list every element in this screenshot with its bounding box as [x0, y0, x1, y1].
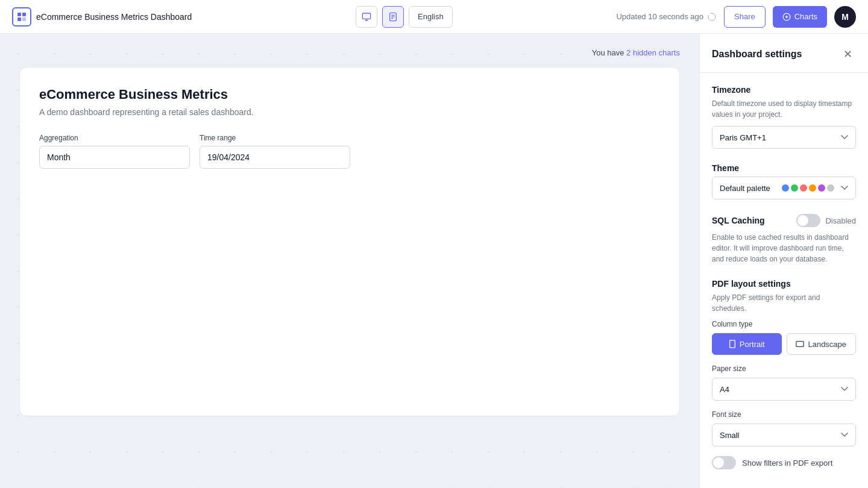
dashboard-card: eCommerce Business Metrics A demo dashbo…: [19, 67, 680, 416]
svg-rect-14: [729, 340, 735, 348]
theme-label: Theme: [712, 163, 856, 173]
column-type-row: Portrait Landscape: [712, 333, 856, 355]
close-settings-button[interactable]: ✕: [839, 46, 856, 63]
aggregation-input[interactable]: [39, 146, 190, 169]
navbar: eCommerce Business Metrics Dashboard Eng…: [0, 0, 868, 34]
svg-rect-3: [22, 17, 26, 21]
monitor-icon-btn[interactable]: [356, 6, 377, 28]
sql-caching-status: Disabled: [825, 216, 856, 225]
font-size-label: Font size: [712, 410, 856, 419]
theme-select-wrapper: Default palette: [712, 177, 856, 199]
share-button[interactable]: Share: [724, 6, 766, 28]
hidden-charts-link[interactable]: 2 hidden charts: [626, 48, 680, 57]
font-size-group: Font size Small: [712, 410, 856, 446]
settings-body: Timezone Default timezone used to displa…: [700, 73, 868, 481]
portrait-button[interactable]: Portrait: [712, 333, 782, 355]
settings-header: Dashboard settings ✕: [700, 34, 868, 73]
time-range-input[interactable]: [200, 146, 350, 169]
landscape-label: Landscape: [808, 340, 846, 349]
hidden-charts-prefix: You have: [592, 48, 626, 57]
svg-rect-4: [362, 13, 370, 19]
navbar-right: Updated 10 seconds ago Share Charts M: [616, 6, 856, 28]
document-icon-btn[interactable]: [382, 6, 404, 28]
landscape-button[interactable]: Landscape: [787, 333, 857, 355]
sql-caching-label: SQL Caching: [712, 216, 765, 225]
timezone-label: Timezone: [712, 85, 856, 95]
sql-caching-toggle-row: SQL Caching Disabled: [712, 214, 856, 227]
paper-size-select[interactable]: A4: [712, 378, 856, 401]
updated-status: Updated 10 seconds ago: [616, 12, 717, 22]
main-layout: You have 2 hidden charts eCommerce Busin…: [0, 34, 868, 488]
theme-select[interactable]: Default palette: [712, 177, 856, 199]
logo-icon: [12, 7, 31, 27]
pdf-layout-desc: Apply PDF settings for export and schedu…: [712, 292, 856, 314]
sql-caching-desc: Enable to use cached results in dashboar…: [712, 232, 856, 264]
show-filters-row: Show filters in PDF export: [712, 456, 856, 469]
aggregation-label: Aggregation: [39, 134, 190, 142]
charts-button[interactable]: Charts: [773, 6, 827, 28]
sql-caching-toggle[interactable]: [796, 214, 820, 227]
dashboard-card-title: eCommerce Business Metrics: [39, 87, 660, 102]
settings-title: Dashboard settings: [712, 49, 802, 60]
column-type-label: Column type: [712, 320, 856, 328]
theme-section: Theme Default palette: [712, 163, 856, 199]
toggle-right: Disabled: [796, 214, 856, 227]
language-button[interactable]: English: [409, 6, 453, 28]
user-avatar[interactable]: M: [834, 6, 856, 28]
svg-rect-2: [17, 17, 21, 21]
show-filters-toggle[interactable]: [712, 456, 736, 469]
svg-rect-1: [22, 13, 26, 16]
column-type-group: Column type Portrait Landsca: [712, 320, 856, 355]
pdf-layout-section: PDF layout settings Apply PDF settings f…: [712, 279, 856, 469]
show-filters-label: Show filters in PDF export: [742, 458, 832, 468]
svg-rect-15: [796, 342, 804, 347]
charts-label: Charts: [794, 12, 817, 21]
content-area: You have 2 hidden charts eCommerce Busin…: [0, 34, 699, 488]
sql-caching-section: SQL Caching Disabled Enable to use cache…: [712, 214, 856, 264]
hidden-charts-banner: You have 2 hidden charts: [19, 48, 680, 57]
settings-panel: Dashboard settings ✕ Timezone Default ti…: [699, 34, 868, 488]
navbar-title: eCommerce Business Metrics Dashboard: [36, 12, 192, 22]
aggregation-group: Aggregation: [39, 134, 190, 169]
portrait-label: Portrait: [740, 340, 765, 349]
language-label: English: [418, 12, 444, 21]
time-range-group: Time range: [200, 134, 350, 169]
paper-size-label: Paper size: [712, 364, 856, 373]
timezone-desc: Default timezone used to display timesta…: [712, 98, 856, 120]
pdf-layout-title: PDF layout settings: [712, 279, 856, 289]
timezone-section: Timezone Default timezone used to displa…: [712, 85, 856, 149]
logo[interactable]: eCommerce Business Metrics Dashboard: [12, 7, 192, 27]
filters-row: Aggregation Time range: [39, 134, 660, 169]
dashboard-card-desc: A demo dashboard representing a retail s…: [39, 107, 660, 117]
navbar-center-icons: English: [356, 6, 453, 28]
paper-size-group: Paper size A4: [712, 364, 856, 401]
time-range-label: Time range: [200, 134, 350, 142]
svg-rect-0: [17, 13, 21, 16]
timezone-select[interactable]: Paris GMT+1: [712, 126, 856, 149]
font-size-select[interactable]: Small: [712, 424, 856, 446]
